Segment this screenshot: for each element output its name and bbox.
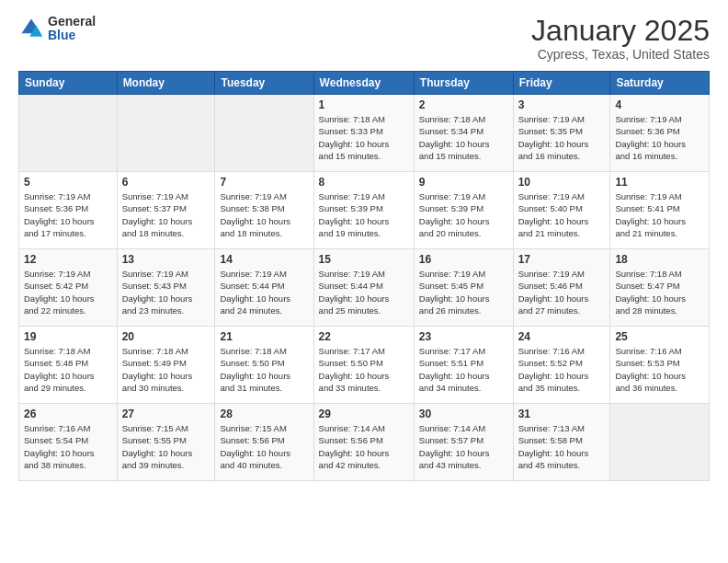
day-number: 8 xyxy=(319,176,409,189)
day-cell: 21Sunrise: 7:18 AM Sunset: 5:50 PM Dayli… xyxy=(215,327,313,404)
day-cell: 15Sunrise: 7:19 AM Sunset: 5:44 PM Dayli… xyxy=(313,249,414,327)
day-info: Sunrise: 7:18 AM Sunset: 5:34 PM Dayligh… xyxy=(419,113,508,162)
day-info: Sunrise: 7:19 AM Sunset: 5:35 PM Dayligh… xyxy=(518,113,606,162)
day-number: 6 xyxy=(122,176,210,189)
week-row-0: 1Sunrise: 7:18 AM Sunset: 5:33 PM Daylig… xyxy=(19,95,710,172)
day-info: Sunrise: 7:19 AM Sunset: 5:46 PM Dayligh… xyxy=(518,268,606,316)
day-number: 22 xyxy=(319,330,409,343)
day-number: 24 xyxy=(518,330,606,343)
day-info: Sunrise: 7:19 AM Sunset: 5:44 PM Dayligh… xyxy=(220,268,308,316)
day-number: 10 xyxy=(518,176,606,189)
day-cell: 26Sunrise: 7:16 AM Sunset: 5:54 PM Dayli… xyxy=(19,404,118,481)
day-info: Sunrise: 7:19 AM Sunset: 5:39 PM Dayligh… xyxy=(319,190,409,239)
day-number: 23 xyxy=(419,330,508,343)
day-info: Sunrise: 7:15 AM Sunset: 5:56 PM Dayligh… xyxy=(220,422,308,471)
day-number: 7 xyxy=(220,176,308,189)
day-cell: 11Sunrise: 7:19 AM Sunset: 5:41 PM Dayli… xyxy=(610,172,710,249)
day-number: 16 xyxy=(419,253,508,266)
day-info: Sunrise: 7:19 AM Sunset: 5:40 PM Dayligh… xyxy=(518,190,606,239)
day-number: 15 xyxy=(319,253,409,266)
day-cell: 17Sunrise: 7:19 AM Sunset: 5:46 PM Dayli… xyxy=(513,249,610,327)
weekday-header-sunday: Sunday xyxy=(19,72,118,95)
weekday-header-thursday: Thursday xyxy=(414,72,513,95)
day-info: Sunrise: 7:16 AM Sunset: 5:53 PM Dayligh… xyxy=(615,345,704,394)
weekday-header-friday: Friday xyxy=(513,72,610,95)
day-cell: 18Sunrise: 7:18 AM Sunset: 5:47 PM Dayli… xyxy=(610,249,710,327)
day-info: Sunrise: 7:13 AM Sunset: 5:58 PM Dayligh… xyxy=(518,422,606,471)
logo-general-text: General xyxy=(48,15,96,29)
header: General Blue January 2025 Cypress, Texas… xyxy=(18,15,710,62)
weekday-header-tuesday: Tuesday xyxy=(215,72,313,95)
day-info: Sunrise: 7:19 AM Sunset: 5:41 PM Dayligh… xyxy=(615,190,704,239)
day-cell xyxy=(215,95,313,172)
day-info: Sunrise: 7:18 AM Sunset: 5:49 PM Dayligh… xyxy=(122,345,210,394)
day-number: 17 xyxy=(518,253,606,266)
week-row-2: 12Sunrise: 7:19 AM Sunset: 5:42 PM Dayli… xyxy=(19,249,710,327)
day-cell: 1Sunrise: 7:18 AM Sunset: 5:33 PM Daylig… xyxy=(313,95,414,172)
calendar-subtitle: Cypress, Texas, United States xyxy=(531,47,710,62)
day-cell: 31Sunrise: 7:13 AM Sunset: 5:58 PM Dayli… xyxy=(513,404,610,481)
day-cell: 23Sunrise: 7:17 AM Sunset: 5:51 PM Dayli… xyxy=(414,327,513,404)
day-cell: 25Sunrise: 7:16 AM Sunset: 5:53 PM Dayli… xyxy=(610,327,710,404)
day-number: 1 xyxy=(319,98,409,111)
day-cell: 22Sunrise: 7:17 AM Sunset: 5:50 PM Dayli… xyxy=(313,327,414,404)
day-number: 19 xyxy=(24,330,112,343)
day-info: Sunrise: 7:16 AM Sunset: 5:52 PM Dayligh… xyxy=(518,345,606,394)
day-cell xyxy=(117,95,215,172)
week-row-4: 26Sunrise: 7:16 AM Sunset: 5:54 PM Dayli… xyxy=(19,404,710,481)
day-cell: 3Sunrise: 7:19 AM Sunset: 5:35 PM Daylig… xyxy=(513,95,610,172)
day-cell: 30Sunrise: 7:14 AM Sunset: 5:57 PM Dayli… xyxy=(414,404,513,481)
day-cell: 28Sunrise: 7:15 AM Sunset: 5:56 PM Dayli… xyxy=(215,404,313,481)
day-info: Sunrise: 7:19 AM Sunset: 5:36 PM Dayligh… xyxy=(615,113,704,162)
day-info: Sunrise: 7:16 AM Sunset: 5:54 PM Dayligh… xyxy=(24,422,112,471)
title-block: January 2025 Cypress, Texas, United Stat… xyxy=(531,15,710,62)
day-info: Sunrise: 7:19 AM Sunset: 5:45 PM Dayligh… xyxy=(419,268,508,316)
week-row-1: 5Sunrise: 7:19 AM Sunset: 5:36 PM Daylig… xyxy=(19,172,710,249)
day-number: 21 xyxy=(220,330,308,343)
logo: General Blue xyxy=(18,15,96,43)
day-number: 29 xyxy=(319,408,409,420)
weekday-header-row: SundayMondayTuesdayWednesdayThursdayFrid… xyxy=(19,72,710,95)
day-cell: 6Sunrise: 7:19 AM Sunset: 5:37 PM Daylig… xyxy=(117,172,215,249)
day-cell: 8Sunrise: 7:19 AM Sunset: 5:39 PM Daylig… xyxy=(313,172,414,249)
day-number: 28 xyxy=(220,408,308,420)
day-info: Sunrise: 7:18 AM Sunset: 5:50 PM Dayligh… xyxy=(220,345,308,394)
day-cell: 4Sunrise: 7:19 AM Sunset: 5:36 PM Daylig… xyxy=(610,95,710,172)
day-cell xyxy=(19,95,118,172)
day-number: 27 xyxy=(122,408,210,420)
day-number: 4 xyxy=(615,98,704,111)
day-number: 3 xyxy=(518,98,606,111)
day-number: 20 xyxy=(122,330,210,343)
weekday-header-monday: Monday xyxy=(117,72,215,95)
day-info: Sunrise: 7:14 AM Sunset: 5:56 PM Dayligh… xyxy=(319,422,409,471)
day-info: Sunrise: 7:19 AM Sunset: 5:44 PM Dayligh… xyxy=(319,268,409,316)
page: General Blue January 2025 Cypress, Texas… xyxy=(0,0,728,563)
day-cell: 14Sunrise: 7:19 AM Sunset: 5:44 PM Dayli… xyxy=(215,249,313,327)
calendar-title: January 2025 xyxy=(531,15,710,47)
day-number: 5 xyxy=(24,176,112,189)
day-number: 13 xyxy=(122,253,210,266)
day-info: Sunrise: 7:17 AM Sunset: 5:51 PM Dayligh… xyxy=(419,345,508,394)
day-number: 18 xyxy=(615,253,704,266)
day-cell: 10Sunrise: 7:19 AM Sunset: 5:40 PM Dayli… xyxy=(513,172,610,249)
weekday-header-saturday: Saturday xyxy=(610,72,710,95)
day-info: Sunrise: 7:19 AM Sunset: 5:43 PM Dayligh… xyxy=(122,268,210,316)
logo-icon xyxy=(18,16,44,41)
day-cell: 29Sunrise: 7:14 AM Sunset: 5:56 PM Dayli… xyxy=(313,404,414,481)
day-cell: 24Sunrise: 7:16 AM Sunset: 5:52 PM Dayli… xyxy=(513,327,610,404)
day-info: Sunrise: 7:14 AM Sunset: 5:57 PM Dayligh… xyxy=(419,422,508,471)
day-info: Sunrise: 7:19 AM Sunset: 5:42 PM Dayligh… xyxy=(24,268,112,316)
logo-text: General Blue xyxy=(48,15,96,43)
day-info: Sunrise: 7:18 AM Sunset: 5:33 PM Dayligh… xyxy=(319,113,409,162)
day-info: Sunrise: 7:15 AM Sunset: 5:55 PM Dayligh… xyxy=(122,422,210,471)
day-info: Sunrise: 7:18 AM Sunset: 5:48 PM Dayligh… xyxy=(24,345,112,394)
weekday-header-wednesday: Wednesday xyxy=(313,72,414,95)
day-cell: 19Sunrise: 7:18 AM Sunset: 5:48 PM Dayli… xyxy=(19,327,118,404)
day-number: 25 xyxy=(615,330,704,343)
day-cell: 16Sunrise: 7:19 AM Sunset: 5:45 PM Dayli… xyxy=(414,249,513,327)
day-number: 30 xyxy=(419,408,508,420)
day-cell: 9Sunrise: 7:19 AM Sunset: 5:39 PM Daylig… xyxy=(414,172,513,249)
day-info: Sunrise: 7:19 AM Sunset: 5:39 PM Dayligh… xyxy=(419,190,508,239)
day-number: 12 xyxy=(24,253,112,266)
day-info: Sunrise: 7:19 AM Sunset: 5:37 PM Dayligh… xyxy=(122,190,210,239)
